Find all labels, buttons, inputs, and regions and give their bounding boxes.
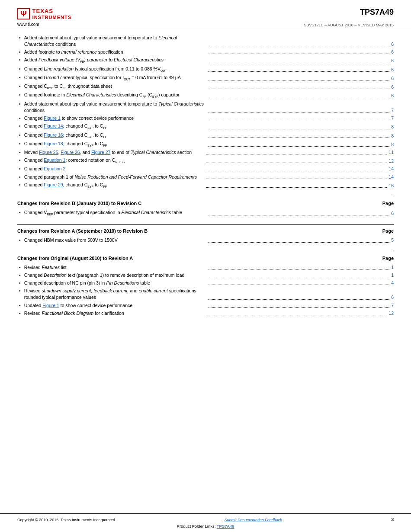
- main-content: Added statement about typical value meas…: [0, 30, 411, 317]
- doc-id: SBVS121E – AUGUST 2010 – REVISED MAY 201…: [304, 23, 394, 27]
- page-link[interactable]: 12: [389, 158, 394, 164]
- page-link[interactable]: 6: [391, 49, 394, 55]
- figure-link[interactable]: Figure 1: [44, 115, 61, 121]
- list-item: Changed Figure 29; changed CBYP to CFF 1…: [17, 182, 394, 189]
- footer: Copyright © 2010–2015, Texas Instruments…: [0, 513, 411, 532]
- product-name: TPS7A49: [360, 8, 394, 17]
- section-a-header: Changes from Revision A (September 2010)…: [17, 224, 394, 234]
- section-b-page-label: Page: [382, 201, 394, 206]
- ti-logo-icon: Ψ: [20, 10, 27, 18]
- page-link[interactable]: 6: [391, 294, 394, 301]
- figure-link[interactable]: Figure 16: [44, 132, 63, 138]
- page-link[interactable]: 7: [391, 115, 394, 122]
- page-link[interactable]: 14: [389, 174, 394, 180]
- list-item: Updated Figure 1 to show correct device …: [17, 302, 394, 309]
- figure-link[interactable]: Figure 29: [44, 182, 63, 187]
- figure-link[interactable]: Figure 26: [61, 150, 80, 155]
- page-link[interactable]: 16: [389, 183, 394, 189]
- page-link[interactable]: 6: [391, 41, 394, 48]
- section-b-list: Changed VREF parameter typical specifica…: [17, 209, 394, 217]
- footer-main: Copyright © 2010–2015, Texas Instruments…: [17, 517, 394, 522]
- page-link[interactable]: 7: [391, 302, 394, 309]
- list-item: Changed footnote in Electrical Character…: [17, 92, 394, 99]
- list-item: Changed HBM max value from 500V to 1500V…: [17, 237, 394, 244]
- page: Ψ TEXAS INSTRUMENTS TPS7A49 www.ti.com S…: [0, 0, 411, 532]
- sub-header: www.ti.com SBVS121E – AUGUST 2010 – REVI…: [0, 20, 411, 30]
- logo-area: Ψ TEXAS INSTRUMENTS: [17, 8, 71, 20]
- list-item: Changed CBYP to CFF throughout data shee…: [17, 83, 394, 90]
- list-item: Changed Line regulation typical specific…: [17, 66, 394, 73]
- equation-link[interactable]: Equation 2: [44, 166, 65, 171]
- list-item: Changed Ground current typical specifica…: [17, 74, 394, 82]
- section-orig-header: Changes from Original (August 2010) to R…: [17, 252, 394, 261]
- figure-link[interactable]: Figure 25: [39, 150, 58, 155]
- list-item: Changed Figure 1 to show correct device …: [17, 115, 394, 122]
- list-item: Changed Figure 14; changed CBYP to CFF 8: [17, 123, 394, 130]
- figure-link[interactable]: Figure 1: [42, 303, 59, 308]
- footer-copyright: Copyright © 2010–2015, Texas Instruments…: [17, 518, 115, 522]
- figure-link[interactable]: Figure 27: [91, 150, 110, 155]
- page-link[interactable]: 1: [391, 272, 394, 279]
- page-link[interactable]: 8: [391, 141, 394, 148]
- section-a-title: Changes from Revision A (September 2010)…: [17, 228, 148, 234]
- page-link[interactable]: 6: [391, 58, 394, 64]
- list-item: Revised Features list 1: [17, 264, 394, 271]
- website: www.ti.com: [17, 22, 39, 27]
- footer-product-link[interactable]: TPS7A49: [217, 524, 234, 529]
- list-item: Changed paragraph 1 of Noise Reduction a…: [17, 174, 394, 180]
- page-link[interactable]: 8: [391, 133, 394, 139]
- list-item: Revised Functional Block Diagram for cla…: [17, 310, 394, 317]
- page-link[interactable]: 6: [391, 210, 394, 217]
- list-item: Changed Equation 2 14: [17, 166, 394, 172]
- section-orig-title: Changes from Original (August 2010) to R…: [17, 256, 133, 261]
- list-item: Moved Figure 25, Figure 26, and Figure 2…: [17, 149, 394, 156]
- list-item: Changed Figure 16; changed CBYP to CFF 8: [17, 132, 394, 139]
- list-item: Changed Equation 1; corrected notation o…: [17, 157, 394, 164]
- page-link[interactable]: 6: [391, 67, 394, 73]
- page-link[interactable]: 5: [391, 237, 394, 244]
- list-item: Revised shutdown supply current, feedbac…: [17, 288, 394, 301]
- page-link[interactable]: 6: [391, 84, 394, 90]
- header-right: TPS7A49: [360, 8, 394, 17]
- figure-link[interactable]: Figure 14: [44, 123, 63, 128]
- logo-instruments: INSTRUMENTS: [32, 15, 71, 20]
- list-item: Changed Figure 18; changed CBYP to CFF 8: [17, 141, 394, 148]
- section-b-header: Changes from Revision B (January 2010) t…: [17, 197, 394, 206]
- list-item: Added footnote to Internal reference spe…: [17, 49, 394, 55]
- main-bullet-list: Added statement about typical value meas…: [17, 35, 394, 189]
- list-item: Added statement about typical value meas…: [17, 35, 394, 48]
- footer-page-number: 3: [391, 517, 394, 522]
- page-link[interactable]: 6: [391, 93, 394, 99]
- page-link[interactable]: 8: [391, 124, 394, 130]
- section-a-page-label: Page: [382, 228, 394, 234]
- section-b-title: Changes from Revision B (January 2010) t…: [17, 201, 141, 206]
- list-item: Added statement about typical value meas…: [17, 101, 394, 114]
- figure-link[interactable]: Figure 18: [44, 141, 63, 146]
- list-item: Changed VREF parameter typical specifica…: [17, 209, 394, 217]
- footer-feedback-link[interactable]: Submit Documentation Feedback: [225, 518, 282, 522]
- page-link[interactable]: 11: [389, 149, 394, 156]
- logo-text: TEXAS INSTRUMENTS: [32, 8, 71, 20]
- list-item: Changed Description text (paragraph 1) t…: [17, 272, 394, 279]
- page-link[interactable]: 7: [391, 107, 394, 114]
- page-link[interactable]: 4: [391, 280, 394, 286]
- logo-texas: TEXAS: [32, 8, 71, 15]
- italic-text: Electrical Characteristics: [24, 35, 177, 47]
- list-item: Added Feedback voltage (VFB) parameter t…: [17, 57, 394, 64]
- page-link[interactable]: 14: [389, 166, 394, 172]
- section-a-list: Changed HBM max value from 500V to 1500V…: [17, 237, 394, 244]
- page-link[interactable]: 1: [391, 264, 394, 271]
- equation-link[interactable]: Equation 1: [44, 157, 65, 163]
- page-link[interactable]: 6: [391, 75, 394, 82]
- section-orig-list: Revised Features list 1 Changed Descript…: [17, 264, 394, 317]
- footer-product: Product Folder Links: TPS7A49: [17, 524, 394, 529]
- header: Ψ TEXAS INSTRUMENTS TPS7A49: [0, 0, 411, 20]
- section-orig-page-label: Page: [382, 256, 394, 261]
- page-link[interactable]: 12: [389, 310, 394, 317]
- list-item: Changed description of NC pin (pin 3) in…: [17, 280, 394, 286]
- logo-box: Ψ: [17, 8, 30, 19]
- footer-product-label: Product Folder Links:: [177, 524, 216, 529]
